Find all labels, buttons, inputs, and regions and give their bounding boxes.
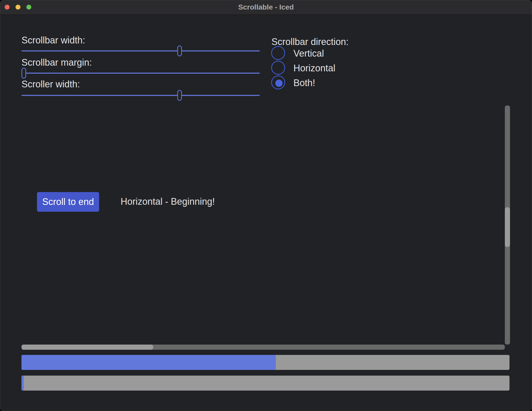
slider-handle[interactable]	[177, 90, 182, 101]
slider-handle[interactable]	[21, 68, 26, 79]
horizontal-scrollbar[interactable]	[21, 345, 505, 350]
scrollbar-margin-slider[interactable]	[21, 68, 260, 79]
slider-rail[interactable]	[21, 95, 260, 96]
title-bar: Scrollable - Iced	[0, 0, 532, 15]
progress-fill	[21, 376, 24, 391]
vertical-scrollbar[interactable]	[505, 105, 510, 345]
scrollbar-width-label: Scrollbar width:	[21, 35, 85, 46]
radio-circle-icon[interactable]	[271, 46, 285, 60]
window-title: Scrollable - Iced	[0, 0, 532, 14]
horizontal-progress-bar	[21, 376, 509, 391]
slider-rail[interactable]	[21, 73, 260, 74]
scrollbar-direction-label: Scrollbar direction:	[271, 36, 349, 47]
radio-label: Both!	[293, 78, 315, 88]
scroller-width-slider[interactable]	[21, 90, 260, 101]
radio-option-both[interactable]: Both!	[271, 75, 380, 89]
scroller-width-label: Scroller width:	[21, 79, 80, 90]
radio-circle-icon[interactable]	[271, 75, 285, 89]
scroll-status-text: Horizontal - Beginning!	[121, 196, 215, 207]
scrollbar-width-slider[interactable]	[21, 45, 260, 56]
slider-handle[interactable]	[177, 45, 182, 56]
radio-circle-icon[interactable]	[271, 61, 285, 75]
radio-selected-dot	[275, 80, 283, 87]
vertical-scrollbar-thumb[interactable]	[505, 207, 510, 247]
progress-fill	[21, 355, 276, 370]
radio-option-horizontal[interactable]: Horizontal	[271, 61, 380, 75]
scrollbar-margin-label: Scrollbar margin:	[21, 57, 92, 68]
vertical-progress-bar	[21, 355, 509, 370]
radio-label: Vertical	[293, 48, 324, 59]
app-window: Scrollable - Iced Scrollbar width: Scrol…	[0, 0, 532, 411]
slider-rail[interactable]	[21, 50, 260, 51]
scroll-to-end-button[interactable]: Scroll to end	[37, 192, 99, 212]
horizontal-scrollbar-thumb[interactable]	[21, 345, 153, 350]
radio-option-vertical[interactable]: Vertical	[271, 46, 380, 60]
radio-label: Horizontal	[293, 63, 335, 74]
